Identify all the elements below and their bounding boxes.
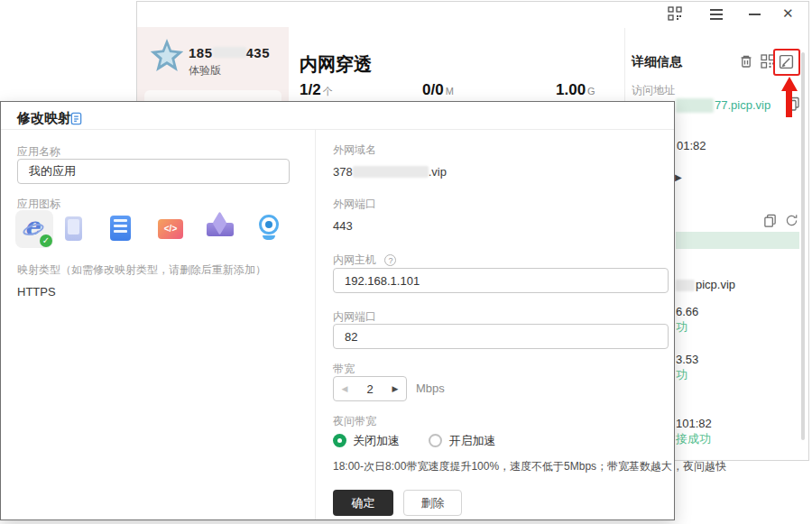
screen: ✕ 185435 体验版 内网穿透 1/2个 0/0M 1.00G 详细信息 <box>0 0 812 524</box>
edit-highlight-box <box>773 49 800 76</box>
mapping-type-label: 映射类型（如需修改映射类型，请删除后重新添加） <box>17 262 266 278</box>
column-divider <box>315 130 316 519</box>
app-name-field-wrap <box>17 159 290 184</box>
annotation-arrow-head <box>781 77 798 91</box>
radio-enable-label: 开启加速 <box>448 434 495 447</box>
censored-link-prefix <box>676 98 714 113</box>
night-bandwidth-note: 18:00-次日8:00带宽速度提升100%，速度不低于5Mbps；带宽基数越大… <box>333 459 726 474</box>
router-icon[interactable] <box>207 223 234 236</box>
expander-triangle-icon[interactable]: ▶ <box>675 172 682 182</box>
wan-port-label: 外网端口 <box>333 197 376 212</box>
page-title: 内网穿透 <box>300 52 372 77</box>
radio-disable-label: 关闭加速 <box>353 434 400 447</box>
refresh-icon[interactable] <box>785 214 798 231</box>
censored-number <box>213 47 246 58</box>
trash-icon[interactable] <box>739 54 753 72</box>
stepper-increase-icon[interactable]: ▶ <box>384 384 406 393</box>
radio-enable-boost[interactable] <box>429 434 442 447</box>
connection-status: 接成功 <box>676 431 711 447</box>
stat-traffic: 0/0M <box>422 81 454 99</box>
close-icon[interactable]: ✕ <box>782 5 794 22</box>
bandwidth-label: 带宽 <box>333 362 355 377</box>
server-icon[interactable] <box>110 216 131 241</box>
app-name-input[interactable] <box>17 159 290 184</box>
title-divider <box>1 129 674 130</box>
plan-badge: 体验版 <box>189 63 221 78</box>
app-name-label: 应用名称 <box>17 144 60 160</box>
wan-domain-value: 378.vip <box>333 165 447 179</box>
guide-doc-icon[interactable] <box>69 112 83 129</box>
scan-qr-icon[interactable] <box>668 6 682 24</box>
help-icon[interactable]: ? <box>384 254 396 266</box>
app-icon-option-selected[interactable]: e ✓ <box>15 210 53 248</box>
ping-value-2: 3.53 <box>676 353 698 366</box>
copy-diagnose-icon[interactable] <box>763 214 777 231</box>
ping-status-1: 功 <box>676 319 687 336</box>
diagnose-highlight-row <box>676 232 799 249</box>
menu-icon[interactable] <box>710 9 723 20</box>
address-tail: 01:82 <box>677 139 706 152</box>
mobile-device-icon[interactable] <box>65 216 82 241</box>
camera-icon[interactable] <box>259 215 279 240</box>
censored-domain-prefix <box>676 280 695 291</box>
detail-panel-title: 详细信息 <box>632 54 682 70</box>
minimize-icon[interactable] <box>749 14 761 15</box>
stat-quota: 1.00G <box>556 81 595 99</box>
night-bandwidth-label: 夜间带宽 <box>333 414 376 429</box>
code-icon[interactable]: </> <box>158 219 183 239</box>
stepper-decrease-icon[interactable]: ◀ <box>334 384 355 393</box>
edit-mapping-dialog: 修改映射 应用名称 应用图标 e ✓ </> 映射类型（如需修改映 <box>0 101 675 520</box>
ping-value-1: 6.66 <box>676 305 698 318</box>
censored-domain <box>353 166 429 178</box>
scrollbar[interactable] <box>801 52 805 440</box>
lan-port-input[interactable] <box>333 324 669 349</box>
confirm-button[interactable]: 确定 <box>333 490 393 516</box>
bandwidth-stepper: ◀ 2 ▶ <box>333 376 407 401</box>
lan-host-field-wrap <box>333 268 669 293</box>
bandwidth-unit: Mbps <box>416 382 445 395</box>
access-address-label: 访问地址 <box>632 83 675 98</box>
bandwidth-value: 2 <box>355 382 384 396</box>
annotation-arrow-shaft <box>786 90 792 117</box>
account-number: 185435 <box>189 45 270 60</box>
selected-check-icon: ✓ <box>40 234 52 247</box>
lan-host-input[interactable] <box>333 268 669 293</box>
access-link[interactable]: 77.picp.vip <box>715 98 770 112</box>
dialog-title: 修改映射 <box>17 110 71 127</box>
delete-button[interactable]: 删除 <box>403 490 462 516</box>
wan-domain-label: 外网域名 <box>333 142 376 158</box>
domain-tail: picp.vip <box>696 278 735 291</box>
connection-tail: 101:82 <box>676 417 712 430</box>
lan-port-field-wrap <box>333 324 669 349</box>
stat-mappings: 1/2个 <box>300 81 333 99</box>
mapping-type-value: HTTPS <box>17 285 56 299</box>
lan-host-label: 内网主机 <box>333 253 376 266</box>
lan-port-label: 内网端口 <box>333 309 376 325</box>
lan-host-label-row: 内网主机 ? <box>333 251 396 268</box>
wan-port-value: 443 <box>333 219 353 233</box>
night-radio-group: 关闭加速 开启加速 <box>333 432 495 449</box>
ping-status-2: 功 <box>676 367 687 383</box>
radio-disable-boost[interactable] <box>333 434 346 447</box>
